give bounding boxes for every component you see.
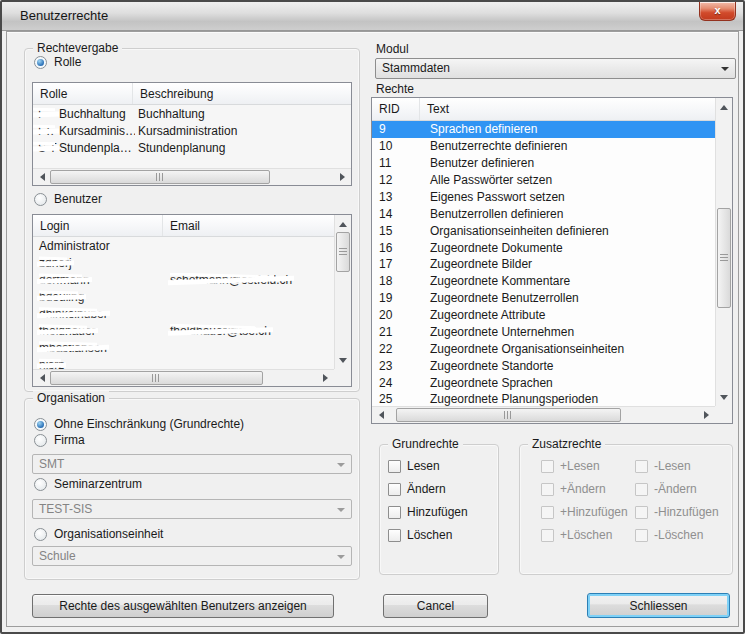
rechte-rid: 10 (372, 139, 424, 153)
scroll-down-button[interactable] (335, 353, 351, 369)
table-row[interactable]: ΓΤ.Kursadminis…Kursadministration (33, 122, 351, 139)
rechte-text: Zugeordnete Planungsperioden (424, 392, 598, 406)
rechte-text: Zugeordnete Unternehmen (424, 325, 574, 339)
chevron-down-icon (337, 555, 345, 563)
checkbox-box (635, 529, 648, 542)
user-email-text: schofmann@ostfeld.ch (170, 273, 292, 287)
modul-label: Modul (376, 42, 409, 56)
table-row[interactable]: bdeuling (33, 288, 334, 305)
scroll-left-button[interactable] (372, 407, 388, 423)
column-header[interactable]: Text (420, 98, 715, 120)
scrollbar-thumb[interactable] (50, 371, 263, 385)
rechte-text: Zugeordnete Kommentare (424, 274, 570, 288)
column-header[interactable]: Login (33, 215, 163, 236)
column-header[interactable]: Beschreibung (133, 83, 351, 104)
rechte-text: Zugeordnete Standorte (424, 359, 553, 373)
column-header[interactable]: Email (163, 215, 334, 236)
table-row[interactable]: dhinkelhuber (33, 305, 334, 322)
show-user-rights-button[interactable]: Rechte des ausgewählten Benutzers anzeig… (32, 594, 334, 618)
horizontal-scrollbar[interactable] (372, 406, 715, 423)
user-login: zdherj (33, 256, 163, 270)
rechte-row[interactable]: 24Zugeordnete Sprachen (372, 374, 715, 391)
table-row[interactable]: Administrator (33, 237, 334, 254)
checkbox-box (541, 460, 554, 473)
radio-firma-label: Firma (54, 433, 85, 447)
scrollbar-thumb[interactable] (50, 170, 270, 184)
checkbox-zusatz-minus-2: -Ändern (635, 482, 697, 496)
rechte-row[interactable]: 11Benutzer definieren (372, 155, 715, 172)
cancel-button[interactable]: Cancel (383, 594, 488, 618)
rechte-row[interactable]: 9Sprachen definieren (372, 121, 715, 138)
scroll-right-button[interactable] (318, 370, 334, 386)
user-login-text: dhinkelhuber (39, 307, 108, 321)
checkbox-label: Hinzufügen (407, 505, 468, 519)
scroll-up-button[interactable] (716, 98, 732, 114)
close-dialog-button[interactable]: Schliessen (587, 593, 730, 618)
table-row[interactable]: ΓBuchhaltungBuchhaltung (33, 105, 351, 122)
scrollbar-thumb[interactable] (717, 208, 731, 308)
rechte-row[interactable]: 15Organisationseinheiten definieren (372, 222, 715, 239)
arrow-right-icon (704, 411, 713, 419)
rechte-row[interactable]: 17Zugeordnete Bilder (372, 256, 715, 273)
table-row[interactable]: dorfmannschofmann@ostfeld.ch (33, 271, 334, 288)
scroll-left-button[interactable] (33, 169, 49, 185)
scroll-right-button[interactable] (335, 169, 351, 185)
column-header[interactable]: Rolle (33, 83, 133, 104)
rechte-row[interactable]: 12Alle Passwörter setzen (372, 172, 715, 189)
user-login: dorfmann (33, 273, 163, 287)
radio-seminarzentrum-label: Seminarzentrum (54, 477, 142, 491)
rechte-row[interactable]: 19Zugeordnete Benutzerrollen (372, 290, 715, 307)
rechte-row[interactable]: 10Benutzerrechte definieren (372, 138, 715, 155)
checkbox-grundrecht-2[interactable]: Ändern (388, 482, 446, 496)
checkbox-grundrecht-1[interactable]: Lesen (388, 459, 440, 473)
radio-organisationseinheit[interactable]: Organisationseinheit (34, 527, 163, 541)
close-icon: x (714, 4, 720, 16)
checkbox-grundrecht-3[interactable]: Hinzufügen (388, 505, 468, 519)
rechte-row[interactable]: 20Zugeordnete Attribute (372, 307, 715, 324)
rechte-row[interactable]: 22Zugeordnete Organisationseinheiten (372, 340, 715, 357)
rechte-row[interactable]: 23Zugeordnete Standorte (372, 357, 715, 374)
scroll-up-button[interactable] (335, 215, 351, 231)
scrollbar-corner (715, 406, 732, 423)
checkbox-grundrecht-4[interactable]: Löschen (388, 528, 452, 542)
title-bar[interactable]: Benutzerrechte x (2, 2, 743, 31)
rechte-row[interactable]: 21Zugeordnete Unternehmen (372, 324, 715, 341)
scroll-right-button[interactable] (699, 407, 715, 423)
rechte-rid: 12 (372, 173, 424, 187)
table-row[interactable]: zdherj (33, 254, 334, 271)
scrollbar-thumb[interactable] (396, 408, 621, 422)
radio-rolle-dot (34, 56, 47, 69)
user-login: mbastiansen (33, 341, 163, 355)
radio-rolle[interactable]: Rolle (34, 55, 81, 69)
table-row[interactable]: fholdhauerfholdhauer@tse.ch (33, 322, 334, 339)
radio-firma[interactable]: Firma (34, 433, 85, 447)
scroll-left-button[interactable] (33, 370, 49, 386)
rechte-table[interactable]: RID Text 9Sprachen definieren10Benutzerr… (371, 97, 733, 424)
horizontal-scrollbar[interactable] (33, 369, 334, 386)
rechte-row[interactable]: 16Zugeordnete Dokumente (372, 239, 715, 256)
scroll-down-button[interactable] (716, 390, 732, 406)
radio-benutzer[interactable]: Benutzer (34, 192, 102, 206)
role-description: Kursadministration (135, 124, 237, 138)
checkbox-label: +Lesen (560, 459, 600, 473)
close-button[interactable]: x (699, 2, 736, 21)
horizontal-scrollbar[interactable] (33, 168, 351, 185)
benutzer-table[interactable]: Login Email Administratorzdherjdorfmanns… (32, 214, 352, 387)
column-header[interactable]: RID (372, 98, 420, 120)
rechte-row[interactable]: 18Zugeordnete Kommentare (372, 273, 715, 290)
table-row[interactable]: S ΤStundenpla…Stundenplanung (33, 139, 351, 156)
table-row[interactable]: mbastiansen (33, 339, 334, 356)
scrollbar-thumb[interactable] (336, 232, 350, 272)
user-login-text: Administrator (39, 239, 110, 253)
checkbox-label: +Löschen (560, 528, 612, 542)
rechte-row[interactable]: 13Eigenes Passwort setzen (372, 189, 715, 206)
radio-ohne-einschraenkung[interactable]: Ohne Einschränkung (Grundrechte) (34, 417, 244, 431)
rolle-table[interactable]: Rolle Beschreibung ΓBuchhaltungBuchhaltu… (32, 82, 352, 186)
vertical-scrollbar[interactable] (715, 98, 732, 406)
vertical-scrollbar[interactable] (334, 215, 351, 369)
modul-combobox[interactable]: Stammdaten (375, 58, 736, 79)
radio-seminarzentrum[interactable]: Seminarzentrum (34, 477, 142, 491)
rechte-text: Organisationseinheiten definieren (424, 224, 609, 238)
rechte-text: Zugeordnete Bilder (424, 257, 532, 271)
rechte-row[interactable]: 14Benutzerrollen definieren (372, 205, 715, 222)
